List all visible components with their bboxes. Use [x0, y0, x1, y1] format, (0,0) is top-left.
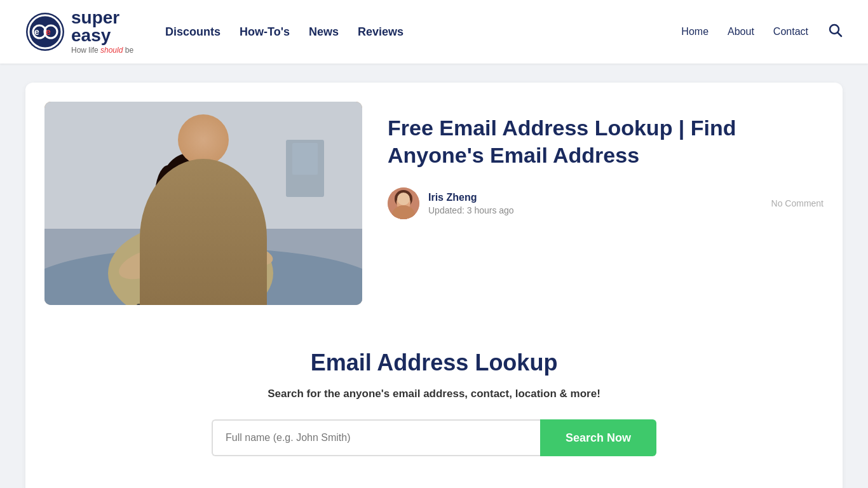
- search-now-button[interactable]: Search Now: [540, 419, 656, 456]
- logo[interactable]: e e super easy How life should be: [25, 9, 133, 55]
- svg-rect-27: [137, 304, 248, 305]
- svg-point-18: [154, 165, 182, 235]
- header-right: Home About Contact: [681, 22, 843, 41]
- article-card: Free Email Address Lookup | Find Anyone'…: [25, 83, 843, 488]
- search-form: Search Now: [212, 419, 656, 456]
- svg-text:e: e: [34, 27, 39, 37]
- main-nav: Discounts How-To's News Reviews: [165, 25, 403, 39]
- search-icon: [827, 22, 843, 37]
- article-photo-svg: [44, 102, 362, 305]
- svg-point-30: [388, 187, 419, 219]
- svg-rect-29: [292, 143, 318, 175]
- svg-point-32: [397, 195, 410, 210]
- logo-icon: e e: [25, 12, 65, 51]
- svg-point-10: [44, 248, 362, 305]
- svg-point-22: [183, 194, 187, 199]
- author-avatar-img: [388, 187, 419, 219]
- header-contact-link[interactable]: Contact: [773, 26, 808, 37]
- lookup-description: Search for the anyone's email address, c…: [44, 388, 824, 400]
- nav-reviews[interactable]: Reviews: [358, 25, 403, 39]
- nav-howtos[interactable]: How-To's: [240, 25, 290, 39]
- main-content: Free Email Address Lookup | Find Anyone'…: [0, 64, 868, 488]
- article-image: [44, 102, 362, 305]
- lookup-section: Email Address Lookup Search for the anyo…: [44, 337, 824, 475]
- comment-count: No Comment: [771, 198, 824, 208]
- author-info: Iris Zheng Updated: 3 hours ago: [388, 187, 514, 219]
- article-title: Free Email Address Lookup | Find Anyone'…: [388, 114, 824, 168]
- author-name: Iris Zheng: [428, 192, 514, 203]
- nav-news[interactable]: News: [309, 25, 339, 39]
- svg-point-13: [208, 238, 275, 271]
- site-header: e e super easy How life should be Discou…: [0, 0, 868, 64]
- svg-text:e: e: [46, 27, 51, 37]
- svg-point-33: [392, 208, 415, 219]
- svg-rect-25: [145, 243, 240, 303]
- header-search-button[interactable]: [827, 22, 843, 41]
- author-details: Iris Zheng Updated: 3 hours ago: [428, 192, 514, 215]
- svg-point-17: [161, 152, 222, 216]
- article-header: Free Email Address Lookup | Find Anyone'…: [44, 102, 824, 305]
- author-avatar: [388, 187, 419, 219]
- author-updated: Updated: 3 hours ago: [428, 205, 514, 215]
- svg-line-7: [838, 33, 842, 37]
- header-about-link[interactable]: About: [728, 26, 754, 37]
- svg-rect-26: [145, 243, 240, 303]
- logo-easy: easy: [71, 25, 111, 45]
- author-section: Iris Zheng Updated: 3 hours ago No Comme…: [388, 187, 824, 219]
- svg-point-14: [173, 227, 208, 250]
- header-home-link[interactable]: Home: [681, 26, 709, 37]
- svg-point-20: [180, 191, 188, 200]
- svg-point-16: [165, 163, 219, 224]
- svg-rect-24: [143, 241, 241, 305]
- lookup-title: Email Address Lookup: [44, 349, 824, 376]
- name-search-input[interactable]: [212, 419, 540, 456]
- svg-rect-15: [183, 203, 201, 229]
- svg-point-21: [196, 191, 204, 200]
- logo-super: super: [71, 8, 119, 27]
- logo-tagline: How life should be: [71, 46, 133, 55]
- article-info: Free Email Address Lookup | Find Anyone'…: [388, 102, 824, 219]
- svg-point-23: [199, 194, 203, 199]
- nav-discounts[interactable]: Discounts: [165, 25, 220, 39]
- svg-point-19: [205, 165, 227, 229]
